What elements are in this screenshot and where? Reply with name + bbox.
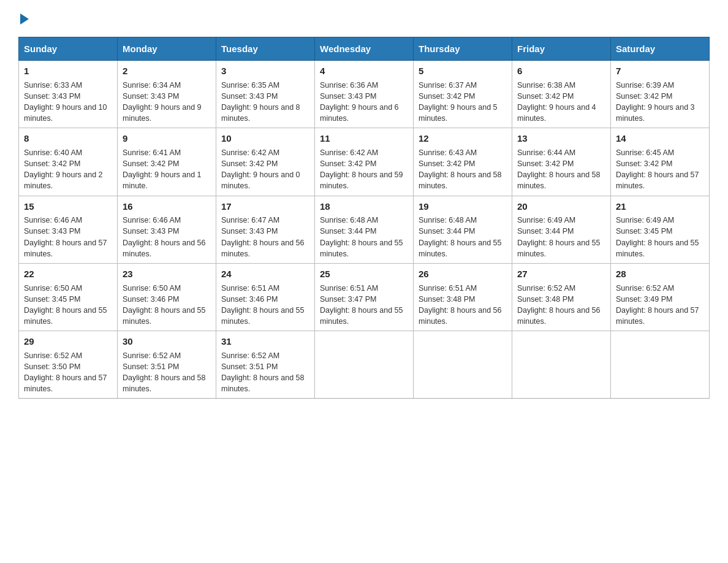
day-number: 1	[24, 64, 112, 78]
day-info: Sunrise: 6:52 AMSunset: 3:50 PMDaylight:…	[24, 350, 112, 395]
calendar-cell: 15Sunrise: 6:46 AMSunset: 3:43 PMDayligh…	[19, 196, 118, 263]
day-info: Sunrise: 6:42 AMSunset: 3:42 PMDaylight:…	[320, 147, 408, 192]
calendar-cell	[512, 331, 611, 399]
day-number: 14	[616, 132, 704, 145]
calendar-table: SundayMondayTuesdayWednesdayThursdayFrid…	[18, 37, 710, 399]
calendar-cell: 1Sunrise: 6:33 AMSunset: 3:43 PMDaylight…	[19, 61, 118, 128]
day-number: 25	[320, 267, 408, 281]
day-number: 29	[24, 335, 112, 348]
day-info: Sunrise: 6:33 AMSunset: 3:43 PMDaylight:…	[24, 80, 112, 124]
calendar-cell: 25Sunrise: 6:51 AMSunset: 3:47 PMDayligh…	[315, 263, 414, 331]
calendar-cell: 21Sunrise: 6:49 AMSunset: 3:45 PMDayligh…	[611, 196, 710, 263]
day-info: Sunrise: 6:38 AMSunset: 3:42 PMDaylight:…	[517, 80, 605, 124]
column-header-saturday: Saturday	[611, 37, 710, 61]
day-info: Sunrise: 6:51 AMSunset: 3:46 PMDaylight:…	[221, 283, 309, 327]
day-number: 8	[24, 132, 112, 145]
calendar-cell: 20Sunrise: 6:49 AMSunset: 3:44 PMDayligh…	[512, 196, 611, 263]
calendar-week-row: 1Sunrise: 6:33 AMSunset: 3:43 PMDaylight…	[19, 61, 710, 128]
day-number: 28	[616, 267, 704, 281]
day-info: Sunrise: 6:47 AMSunset: 3:43 PMDaylight:…	[221, 215, 309, 259]
day-number: 9	[123, 132, 211, 145]
day-number: 26	[419, 267, 507, 281]
calendar-cell	[414, 331, 512, 399]
column-header-sunday: Sunday	[19, 37, 118, 61]
day-number: 17	[221, 200, 309, 213]
calendar-cell: 11Sunrise: 6:42 AMSunset: 3:42 PMDayligh…	[315, 128, 414, 196]
day-number: 2	[123, 64, 211, 78]
day-number: 16	[123, 200, 211, 213]
calendar-cell: 3Sunrise: 6:35 AMSunset: 3:43 PMDaylight…	[216, 61, 315, 128]
day-number: 23	[123, 267, 211, 281]
calendar-cell: 6Sunrise: 6:38 AMSunset: 3:42 PMDaylight…	[512, 61, 611, 128]
day-info: Sunrise: 6:43 AMSunset: 3:42 PMDaylight:…	[419, 147, 507, 192]
calendar-cell: 18Sunrise: 6:48 AMSunset: 3:44 PMDayligh…	[315, 196, 414, 263]
logo	[18, 12, 29, 25]
calendar-cell: 24Sunrise: 6:51 AMSunset: 3:46 PMDayligh…	[216, 263, 315, 331]
calendar-cell: 31Sunrise: 6:52 AMSunset: 3:51 PMDayligh…	[216, 331, 315, 399]
day-info: Sunrise: 6:36 AMSunset: 3:43 PMDaylight:…	[320, 80, 408, 124]
calendar-cell: 22Sunrise: 6:50 AMSunset: 3:45 PMDayligh…	[19, 263, 118, 331]
day-number: 7	[616, 64, 704, 78]
calendar-cell: 26Sunrise: 6:51 AMSunset: 3:48 PMDayligh…	[414, 263, 512, 331]
calendar-header-row: SundayMondayTuesdayWednesdayThursdayFrid…	[19, 37, 710, 61]
day-number: 4	[320, 64, 408, 78]
day-number: 31	[221, 335, 309, 348]
day-info: Sunrise: 6:46 AMSunset: 3:43 PMDaylight:…	[24, 215, 112, 259]
page-header	[18, 12, 710, 25]
calendar-cell: 8Sunrise: 6:40 AMSunset: 3:42 PMDaylight…	[19, 128, 118, 196]
day-number: 11	[320, 132, 408, 145]
day-info: Sunrise: 6:52 AMSunset: 3:49 PMDaylight:…	[616, 283, 704, 327]
day-info: Sunrise: 6:40 AMSunset: 3:42 PMDaylight:…	[24, 147, 112, 192]
calendar-week-row: 29Sunrise: 6:52 AMSunset: 3:50 PMDayligh…	[19, 331, 710, 399]
column-header-tuesday: Tuesday	[216, 37, 315, 61]
calendar-cell: 13Sunrise: 6:44 AMSunset: 3:42 PMDayligh…	[512, 128, 611, 196]
day-info: Sunrise: 6:48 AMSunset: 3:44 PMDaylight:…	[320, 215, 408, 259]
day-info: Sunrise: 6:48 AMSunset: 3:44 PMDaylight:…	[419, 215, 507, 259]
day-number: 21	[616, 200, 704, 213]
day-number: 6	[517, 64, 605, 78]
calendar-cell: 10Sunrise: 6:42 AMSunset: 3:42 PMDayligh…	[216, 128, 315, 196]
day-info: Sunrise: 6:52 AMSunset: 3:51 PMDaylight:…	[123, 350, 211, 395]
day-info: Sunrise: 6:50 AMSunset: 3:46 PMDaylight:…	[123, 283, 211, 327]
day-info: Sunrise: 6:50 AMSunset: 3:45 PMDaylight:…	[24, 283, 112, 327]
day-number: 27	[517, 267, 605, 281]
calendar-cell	[611, 331, 710, 399]
column-header-wednesday: Wednesday	[315, 37, 414, 61]
day-number: 24	[221, 267, 309, 281]
day-number: 3	[221, 64, 309, 78]
day-info: Sunrise: 6:49 AMSunset: 3:45 PMDaylight:…	[616, 215, 704, 259]
day-number: 12	[419, 132, 507, 145]
day-info: Sunrise: 6:46 AMSunset: 3:43 PMDaylight:…	[123, 215, 211, 259]
column-header-thursday: Thursday	[414, 37, 512, 61]
calendar-cell: 29Sunrise: 6:52 AMSunset: 3:50 PMDayligh…	[19, 331, 118, 399]
day-number: 20	[517, 200, 605, 213]
calendar-cell: 12Sunrise: 6:43 AMSunset: 3:42 PMDayligh…	[414, 128, 512, 196]
day-number: 13	[517, 132, 605, 145]
calendar-cell: 27Sunrise: 6:52 AMSunset: 3:48 PMDayligh…	[512, 263, 611, 331]
day-info: Sunrise: 6:37 AMSunset: 3:42 PMDaylight:…	[419, 80, 507, 124]
column-header-monday: Monday	[118, 37, 216, 61]
calendar-cell: 30Sunrise: 6:52 AMSunset: 3:51 PMDayligh…	[118, 331, 216, 399]
calendar-cell: 7Sunrise: 6:39 AMSunset: 3:42 PMDaylight…	[611, 61, 710, 128]
day-info: Sunrise: 6:44 AMSunset: 3:42 PMDaylight:…	[517, 147, 605, 192]
calendar-cell: 5Sunrise: 6:37 AMSunset: 3:42 PMDaylight…	[414, 61, 512, 128]
calendar-week-row: 22Sunrise: 6:50 AMSunset: 3:45 PMDayligh…	[19, 263, 710, 331]
calendar-cell: 23Sunrise: 6:50 AMSunset: 3:46 PMDayligh…	[118, 263, 216, 331]
logo-arrow-icon	[20, 13, 29, 25]
calendar-cell: 19Sunrise: 6:48 AMSunset: 3:44 PMDayligh…	[414, 196, 512, 263]
calendar-cell: 17Sunrise: 6:47 AMSunset: 3:43 PMDayligh…	[216, 196, 315, 263]
calendar-cell: 14Sunrise: 6:45 AMSunset: 3:42 PMDayligh…	[611, 128, 710, 196]
day-number: 15	[24, 200, 112, 213]
day-info: Sunrise: 6:34 AMSunset: 3:43 PMDaylight:…	[123, 80, 211, 124]
day-number: 18	[320, 200, 408, 213]
calendar-cell: 9Sunrise: 6:41 AMSunset: 3:42 PMDaylight…	[118, 128, 216, 196]
day-info: Sunrise: 6:42 AMSunset: 3:42 PMDaylight:…	[221, 147, 309, 192]
day-number: 19	[419, 200, 507, 213]
calendar-cell: 16Sunrise: 6:46 AMSunset: 3:43 PMDayligh…	[118, 196, 216, 263]
calendar-cell	[315, 331, 414, 399]
day-info: Sunrise: 6:35 AMSunset: 3:43 PMDaylight:…	[221, 80, 309, 124]
day-info: Sunrise: 6:49 AMSunset: 3:44 PMDaylight:…	[517, 215, 605, 259]
calendar-cell: 2Sunrise: 6:34 AMSunset: 3:43 PMDaylight…	[118, 61, 216, 128]
day-info: Sunrise: 6:51 AMSunset: 3:48 PMDaylight:…	[419, 283, 507, 327]
day-number: 30	[123, 335, 211, 348]
